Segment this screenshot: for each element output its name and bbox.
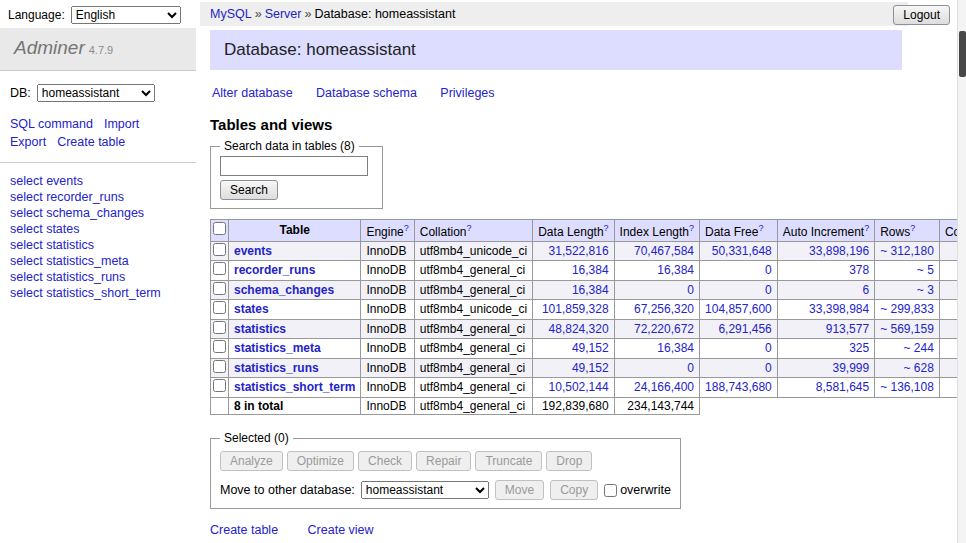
sidebar-item-select-statistics-short-term[interactable]: select statistics_short_term — [10, 285, 186, 301]
database-schema-link[interactable]: Database schema — [316, 86, 417, 100]
check-button[interactable]: Check — [358, 451, 412, 471]
index-length-link[interactable]: 70,467,584 — [634, 244, 694, 258]
row-checkbox[interactable] — [213, 379, 226, 392]
table-name-link[interactable]: statistics_short_term — [234, 380, 355, 394]
help-link-icon[interactable]: ? — [404, 223, 409, 233]
sidebar-item-select-states[interactable]: select states — [10, 221, 186, 237]
data-free-link[interactable]: 0 — [765, 361, 772, 375]
data-free-link[interactable]: 0 — [765, 263, 772, 277]
truncate-button[interactable]: Truncate — [475, 451, 542, 471]
data-length-link[interactable]: 101,859,328 — [542, 302, 609, 316]
language-select[interactable]: English — [71, 6, 181, 24]
analyze-button[interactable]: Analyze — [220, 451, 283, 471]
data-length-link[interactable]: 48,824,320 — [549, 322, 609, 336]
create-view-link[interactable]: Create view — [308, 523, 374, 537]
table-name-link[interactable]: statistics — [234, 322, 286, 336]
table-name-link[interactable]: schema_changes — [234, 283, 334, 297]
rows-count-link[interactable]: ~ 312,180 — [880, 244, 934, 258]
row-checkbox[interactable] — [213, 282, 226, 295]
table-name-link[interactable]: statistics_meta — [234, 341, 321, 355]
data-length-link[interactable]: 31,522,816 — [549, 244, 609, 258]
search-input[interactable] — [220, 156, 368, 176]
index-length-link[interactable]: 72,220,672 — [634, 322, 694, 336]
data-length-link[interactable]: 16,384 — [572, 263, 609, 277]
auto-increment-link[interactable]: 913,577 — [826, 322, 869, 336]
breadcrumb-server-link[interactable]: Server — [265, 7, 302, 21]
rows-count-link[interactable]: ~ 136,108 — [880, 380, 934, 394]
index-length-link[interactable]: 24,166,400 — [634, 380, 694, 394]
optimize-button[interactable]: Optimize — [287, 451, 354, 471]
table-name-link[interactable]: events — [234, 244, 272, 258]
row-checkbox[interactable] — [213, 301, 226, 314]
data-free-link[interactable]: 50,331,648 — [712, 244, 772, 258]
data-free-link[interactable]: 188,743,680 — [705, 380, 772, 394]
auto-increment-link[interactable]: 33,898,196 — [809, 244, 869, 258]
auto-increment-link[interactable]: 6 — [862, 283, 869, 297]
index-length-link[interactable]: 16,384 — [657, 263, 694, 277]
auto-increment-link[interactable]: 39,999 — [832, 361, 869, 375]
sidebar-item-select-statistics-runs[interactable]: select statistics_runs — [10, 269, 186, 285]
sql-command-link[interactable]: SQL command — [10, 117, 93, 131]
rows-count-link[interactable]: ~ 244 — [904, 341, 934, 355]
select-all-checkbox[interactable] — [213, 222, 226, 235]
rows-count-link[interactable]: ~ 569,159 — [880, 322, 934, 336]
help-link-icon[interactable]: ? — [864, 223, 869, 233]
scrollbar-thumb[interactable] — [959, 31, 966, 77]
logout-button[interactable]: Logout — [893, 5, 950, 25]
auto-increment-link[interactable]: 325 — [849, 341, 869, 355]
search-button[interactable]: Search — [220, 180, 278, 200]
table-name-link[interactable]: recorder_runs — [234, 263, 315, 277]
data-free-link[interactable]: 6,291,456 — [718, 322, 771, 336]
data-free-link[interactable]: 104,857,600 — [705, 302, 772, 316]
auto-increment-link[interactable]: 33,398,984 — [809, 302, 869, 316]
move-button[interactable]: Move — [495, 480, 544, 500]
move-database-select[interactable]: homeassistant — [361, 481, 489, 499]
sidebar-item-select-schema-changes[interactable]: select schema_changes — [10, 205, 186, 221]
data-length-link[interactable]: 16,384 — [572, 283, 609, 297]
row-checkbox[interactable] — [213, 340, 226, 353]
help-link-icon[interactable]: ? — [466, 223, 471, 233]
index-length-link[interactable]: 0 — [687, 361, 694, 375]
row-checkbox[interactable] — [213, 321, 226, 334]
scrollbar-track[interactable] — [957, 0, 966, 543]
auto-increment-link[interactable]: 8,581,645 — [816, 380, 869, 394]
sidebar-item-select-events[interactable]: select events — [10, 173, 186, 189]
auto-increment-link[interactable]: 378 — [849, 263, 869, 277]
index-length-link[interactable]: 0 — [687, 283, 694, 297]
create-table-link-main[interactable]: Create table — [210, 523, 278, 537]
create-table-link[interactable]: Create table — [57, 135, 125, 149]
table-name-link[interactable]: states — [234, 302, 269, 316]
help-link-icon[interactable]: ? — [689, 223, 694, 233]
data-free-link[interactable]: 0 — [765, 341, 772, 355]
rows-count-link[interactable]: ~ 5 — [917, 263, 934, 277]
data-free-link[interactable]: 0 — [765, 283, 772, 297]
import-link[interactable]: Import — [104, 117, 139, 131]
help-link-icon[interactable]: ? — [604, 223, 609, 233]
db-select[interactable]: homeassistant — [37, 84, 155, 102]
row-checkbox[interactable] — [213, 262, 226, 275]
sidebar-item-select-statistics-meta[interactable]: select statistics_meta — [10, 253, 186, 269]
adminer-logo-link[interactable]: Adminer — [14, 37, 85, 58]
index-length-link[interactable]: 67,256,320 — [634, 302, 694, 316]
copy-button[interactable]: Copy — [550, 480, 598, 500]
alter-database-link[interactable]: Alter database — [212, 86, 293, 100]
help-link-icon[interactable]: ? — [910, 223, 915, 233]
data-length-link[interactable]: 49,152 — [572, 341, 609, 355]
row-checkbox[interactable] — [213, 243, 226, 256]
repair-button[interactable]: Repair — [416, 451, 471, 471]
privileges-link[interactable]: Privileges — [440, 86, 494, 100]
drop-button[interactable]: Drop — [546, 451, 592, 471]
rows-count-link[interactable]: ~ 628 — [904, 361, 934, 375]
rows-count-link[interactable]: ~ 299,833 — [880, 302, 934, 316]
sidebar-item-select-statistics[interactable]: select statistics — [10, 237, 186, 253]
index-length-link[interactable]: 16,384 — [657, 341, 694, 355]
data-length-link[interactable]: 49,152 — [572, 361, 609, 375]
overwrite-checkbox[interactable] — [604, 484, 617, 497]
rows-count-link[interactable]: ~ 3 — [917, 283, 934, 297]
export-link[interactable]: Export — [10, 135, 46, 149]
help-link-icon[interactable]: ? — [758, 223, 763, 233]
data-length-link[interactable]: 10,502,144 — [549, 380, 609, 394]
sidebar-item-select-recorder-runs[interactable]: select recorder_runs — [10, 189, 186, 205]
breadcrumb-mysql-link[interactable]: MySQL — [210, 7, 252, 21]
row-checkbox[interactable] — [213, 360, 226, 373]
